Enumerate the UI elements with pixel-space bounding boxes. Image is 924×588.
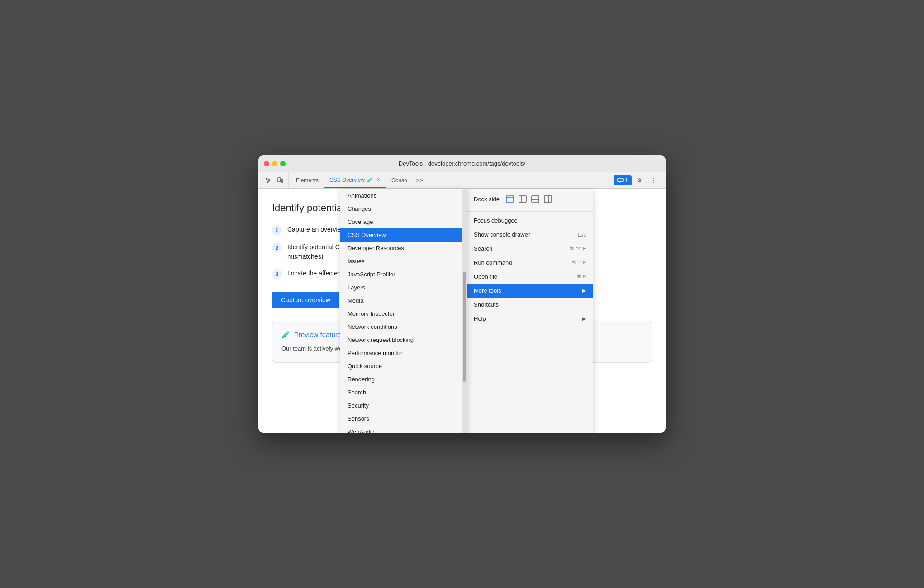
- right-menu-item-search[interactable]: Search⌘ ⌥ F: [467, 242, 593, 256]
- dock-left-icon[interactable]: [518, 194, 528, 204]
- svg-rect-2: [618, 178, 623, 182]
- step-number-1: 1: [272, 225, 282, 235]
- minimize-button[interactable]: [272, 161, 277, 166]
- menu-item-performance-monitor[interactable]: Performance monitor: [340, 346, 466, 360]
- right-menu-item-focus-debuggee[interactable]: Focus debuggee: [467, 213, 593, 228]
- tab-icons: [260, 172, 289, 188]
- tab-elements[interactable]: Elements: [291, 172, 324, 188]
- capture-overview-button[interactable]: Capture overview: [272, 292, 339, 308]
- svg-rect-9: [544, 196, 552, 202]
- tabbar: Elements CSS Overview 🧪 ✕ Conso >> 1 ⚙: [258, 172, 666, 189]
- devtools-window: DevTools - developer.chrome.com/tags/dev…: [258, 155, 666, 433]
- svg-rect-7: [532, 196, 539, 202]
- dock-section: Dock side: [467, 189, 593, 209]
- device-mode-icon[interactable]: [275, 175, 286, 186]
- menu-item-network-request-blocking[interactable]: Network request blocking: [340, 333, 466, 346]
- menu-item-webaudio[interactable]: WebAudio: [340, 425, 466, 433]
- preview-flask-icon: 🧪: [281, 330, 291, 339]
- scrollbar-thumb: [463, 272, 466, 382]
- main-area: Identify potential CSS improveme 1 Captu…: [258, 189, 666, 433]
- right-menu-item-run-command[interactable]: Run command⌘ ⇧ P: [467, 256, 593, 270]
- dock-undocked-icon[interactable]: [505, 194, 515, 204]
- close-button[interactable]: [264, 161, 269, 166]
- titlebar: DevTools - developer.chrome.com/tags/dev…: [258, 155, 666, 172]
- right-menu-item-open-file[interactable]: Open file⌘ P: [467, 270, 593, 284]
- right-context-menu: Dock side: [467, 189, 593, 433]
- svg-rect-5: [519, 196, 526, 202]
- dock-bottom-icon[interactable]: [530, 194, 540, 204]
- window-title: DevTools - developer.chrome.com/tags/dev…: [399, 160, 525, 167]
- menu-item-animations[interactable]: Animations: [340, 189, 466, 202]
- tab-more-button[interactable]: >>: [413, 172, 427, 188]
- menu-item-javascript-profiler[interactable]: JavaScript Profiler: [340, 268, 466, 281]
- menu-item-layers[interactable]: Layers: [340, 281, 466, 294]
- dock-side-label: Dock side: [474, 196, 500, 203]
- svg-rect-3: [506, 196, 514, 202]
- dock-icons: [505, 194, 553, 204]
- flask-tab-icon: 🧪: [367, 177, 373, 183]
- menu-item-quick-source[interactable]: Quick source: [340, 360, 466, 373]
- menu-item-sensors[interactable]: Sensors: [340, 412, 466, 425]
- menu-item-media[interactable]: Media: [340, 294, 466, 307]
- tab-console[interactable]: Conso: [386, 172, 413, 188]
- menu-item-css-overview[interactable]: CSS Overview: [340, 228, 466, 242]
- svg-rect-1: [281, 179, 283, 182]
- settings-button[interactable]: ⚙: [633, 175, 646, 185]
- menu-item-rendering[interactable]: Rendering: [340, 373, 466, 386]
- tab-close-icon[interactable]: ✕: [376, 177, 381, 183]
- menu-item-network-conditions[interactable]: Network conditions: [340, 320, 466, 333]
- menu-item-coverage[interactable]: Coverage: [340, 215, 466, 228]
- right-menu-item-help[interactable]: Help▶: [467, 312, 593, 326]
- chat-button[interactable]: 1: [614, 175, 632, 185]
- more-tools-menu: AnimationsChangesCoverageCSS OverviewDev…: [340, 189, 467, 433]
- more-options-button[interactable]: ⋮: [648, 175, 660, 185]
- menu-divider-1: [467, 211, 593, 212]
- svg-rect-0: [278, 178, 281, 182]
- menu-scrollbar[interactable]: [462, 189, 466, 433]
- menu-item-developer-resources[interactable]: Developer Resources: [340, 242, 466, 255]
- select-mode-icon[interactable]: [263, 175, 274, 186]
- menu-item-security[interactable]: Security: [340, 399, 466, 412]
- menu-item-memory-inspector[interactable]: Memory Inspector: [340, 307, 466, 320]
- right-menu-item-more-tools[interactable]: More tools▶: [467, 284, 593, 298]
- traffic-lights: [264, 161, 286, 166]
- dock-right-icon[interactable]: [543, 194, 553, 204]
- right-menu-item-shortcuts[interactable]: Shortcuts: [467, 298, 593, 312]
- maximize-button[interactable]: [280, 161, 286, 166]
- step-number-2: 2: [272, 243, 282, 253]
- right-menu-item-show-console-drawer[interactable]: Show console drawerEsc: [467, 228, 593, 242]
- menu-item-changes[interactable]: Changes: [340, 202, 466, 215]
- step-number-3: 3: [272, 269, 282, 279]
- tab-css-overview[interactable]: CSS Overview 🧪 ✕: [324, 172, 386, 188]
- dropdowns-overlay: AnimationsChangesCoverageCSS OverviewDev…: [340, 189, 593, 433]
- tabbar-right: 1 ⚙ ⋮: [614, 172, 664, 188]
- menu-item-issues[interactable]: Issues: [340, 255, 466, 268]
- menu-item-search[interactable]: Search: [340, 386, 466, 399]
